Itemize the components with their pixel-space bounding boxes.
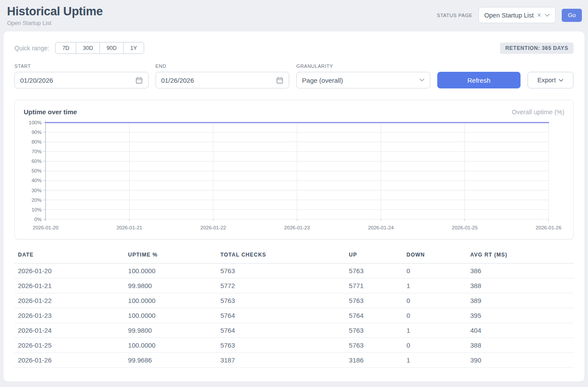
status-page-select-value: Open Startup List	[484, 12, 534, 19]
table-row: 2026-01-22100.0000576357630389	[14, 293, 574, 308]
table-row: 2026-01-20100.0000576357630386	[14, 263, 574, 278]
filter-row: START 01/20/2026 END 01/26/2026 GRANULAR…	[14, 63, 574, 88]
svg-text:10%: 10%	[32, 207, 42, 212]
table-cell: 388	[467, 278, 574, 293]
table-cell: 1	[403, 278, 467, 293]
svg-text:2026-01-23: 2026-01-23	[284, 225, 310, 230]
table-header-cell: DOWN	[403, 249, 467, 264]
svg-text:50%: 50%	[32, 168, 42, 173]
table-cell: 99.9686	[124, 352, 217, 367]
main-panel: Quick range: 7D30D90D1Y RETENTION: 365 D…	[4, 32, 584, 382]
svg-text:60%: 60%	[32, 158, 42, 164]
status-page-select[interactable]: Open Startup List ✕	[478, 7, 556, 23]
table-cell: 2026-01-23	[14, 308, 124, 323]
granularity-value: Page (overall)	[302, 77, 343, 84]
table-cell: 390	[467, 352, 574, 367]
table-cell: 1	[403, 352, 467, 367]
table-cell: 388	[467, 338, 574, 352]
table-cell: 395	[467, 308, 574, 323]
start-date-input[interactable]: 01/20/2026	[14, 72, 149, 88]
table-header-row: DATEUPTIME %TOTAL CHECKSUPDOWNAVG RT (MS…	[14, 249, 574, 264]
header-actions: STATUS PAGE Open Startup List ✕ Go	[437, 7, 582, 23]
quick-range-7d[interactable]: 7D	[55, 42, 76, 54]
export-button[interactable]: Export	[528, 72, 574, 88]
table-cell: 2026-01-20	[14, 263, 124, 278]
svg-text:70%: 70%	[32, 149, 42, 154]
table-cell: 3187	[217, 352, 345, 367]
table-cell: 2026-01-22	[14, 293, 124, 308]
chart-legend: Overall uptime (%)	[512, 109, 564, 116]
retention-badge: RETENTION: 365 DAYS	[500, 42, 574, 54]
svg-text:2026-01-24: 2026-01-24	[368, 225, 394, 230]
table-cell: 100.0000	[124, 338, 217, 352]
start-date-field-wrap: START 01/20/2026	[14, 63, 149, 88]
table-cell: 0	[403, 263, 467, 278]
table-cell: 2026-01-25	[14, 338, 124, 352]
chevron-down-icon	[559, 79, 563, 82]
quick-range-button-group: 7D30D90D1Y	[55, 42, 144, 54]
refresh-button[interactable]: Refresh	[437, 72, 521, 88]
granularity-select[interactable]: Page (overall)	[296, 72, 430, 88]
table-header-cell: UPTIME %	[124, 249, 217, 264]
table-cell: 1	[403, 323, 467, 338]
go-button[interactable]: Go	[562, 9, 582, 22]
end-date-value: 01/26/2026	[161, 77, 194, 84]
quick-range-label: Quick range:	[14, 45, 49, 52]
quick-range-1y[interactable]: 1Y	[124, 42, 144, 54]
svg-text:2026-01-22: 2026-01-22	[200, 225, 226, 230]
end-date-label: END	[156, 63, 290, 69]
table-cell: 5763	[345, 293, 403, 308]
table-cell: 2026-01-26	[14, 352, 124, 367]
page-header: Historical Uptime Open Startup List STAT…	[0, 0, 588, 32]
calendar-icon[interactable]	[276, 77, 283, 84]
table-header-cell: TOTAL CHECKS	[217, 249, 345, 264]
table-cell: 5764	[345, 308, 403, 323]
uptime-line-chart: 100%90%80%70%60%50%40%30%20%10%0%2026-01…	[24, 120, 564, 235]
clear-icon[interactable]: ✕	[537, 12, 542, 18]
chevron-down-icon	[419, 78, 425, 82]
svg-text:2026-01-20: 2026-01-20	[33, 225, 59, 230]
table-cell: 0	[403, 308, 467, 323]
table-cell: 5764	[217, 323, 345, 338]
table-cell: 5763	[217, 338, 345, 352]
table-cell: 5764	[217, 308, 345, 323]
table-header-cell: DATE	[14, 249, 124, 264]
svg-text:2026-01-21: 2026-01-21	[117, 225, 142, 230]
table-cell: 389	[467, 293, 574, 308]
quick-range-90d[interactable]: 90D	[100, 42, 124, 54]
start-date-label: START	[14, 63, 149, 69]
start-date-value: 01/20/2026	[20, 77, 53, 84]
table-cell: 5772	[217, 278, 345, 293]
export-button-label: Export	[538, 77, 556, 84]
svg-text:90%: 90%	[32, 130, 42, 135]
end-date-input[interactable]: 01/26/2026	[156, 72, 290, 88]
table-row: 2026-01-23100.0000576457640395	[14, 308, 574, 323]
table-header-cell: AVG RT (MS)	[467, 249, 574, 264]
svg-text:0%: 0%	[34, 217, 42, 222]
table-row: 2026-01-2199.9800577257711388	[14, 278, 574, 293]
uptime-table: DATEUPTIME %TOTAL CHECKSUPDOWNAVG RT (MS…	[14, 249, 574, 368]
calendar-icon[interactable]	[135, 77, 143, 84]
table-row: 2026-01-2499.9800576457631404	[14, 323, 574, 338]
table-cell: 99.9800	[124, 278, 217, 293]
table-cell: 2026-01-24	[14, 323, 124, 338]
svg-text:100%: 100%	[29, 120, 42, 125]
svg-text:30%: 30%	[32, 188, 42, 193]
end-date-field-wrap: END 01/26/2026	[156, 63, 290, 88]
table-cell: 5763	[217, 293, 345, 308]
chart-title: Uptime over time	[24, 108, 77, 116]
table-cell: 5763	[345, 263, 403, 278]
table-header-cell: UP	[345, 249, 403, 264]
table-cell: 2026-01-21	[14, 278, 124, 293]
table-row: 2026-01-25100.0000576357630388	[14, 338, 574, 352]
chevron-down-icon	[545, 14, 550, 17]
table-cell: 5763	[217, 263, 345, 278]
table-cell: 5763	[345, 338, 403, 352]
quick-range-30d[interactable]: 30D	[76, 42, 100, 54]
svg-text:2026-01-25: 2026-01-25	[452, 225, 478, 230]
table-cell: 5771	[345, 278, 403, 293]
table-cell: 0	[403, 293, 467, 308]
table-cell: 100.0000	[124, 293, 217, 308]
svg-text:40%: 40%	[32, 178, 42, 183]
svg-text:2026-01-26: 2026-01-26	[536, 225, 562, 230]
